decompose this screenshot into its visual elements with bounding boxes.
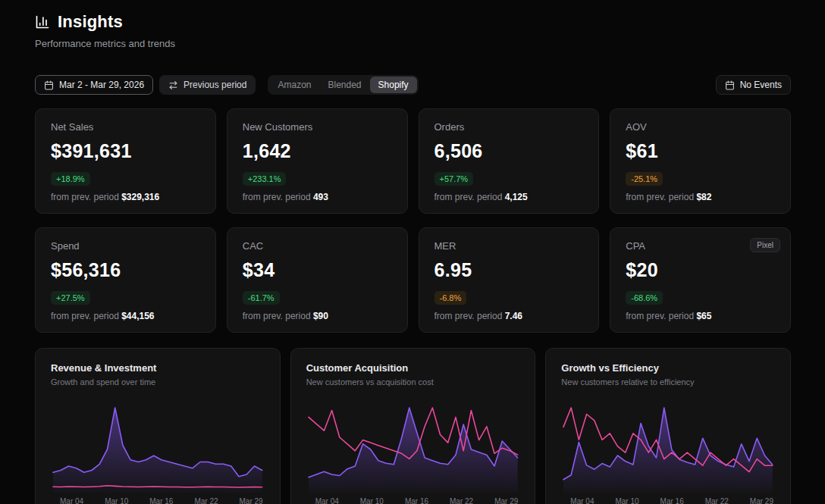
tab-amazon[interactable]: Amazon [269, 77, 319, 93]
x-tick: Mar 22 [450, 497, 473, 504]
x-tick: Mar 16 [660, 497, 684, 504]
x-tick: Mar 29 [494, 497, 518, 504]
x-tick: Mar 29 [240, 497, 263, 504]
metric-prev-period: from prev. period 7.46 [434, 311, 584, 321]
metric-value: 6,506 [434, 140, 584, 162]
customer-acquisition-line-chart [306, 403, 520, 493]
chart-card-growth-efficiency: Growth vs Efficiency New customers relat… [545, 348, 791, 504]
metric-label: New Customers [243, 121, 392, 133]
calendar-icon [44, 80, 54, 90]
metric-label: Orders [434, 121, 584, 133]
pixel-badge: Pixel [750, 238, 780, 252]
metric-prev-label: from prev. period [434, 192, 503, 202]
page-title: Insights [58, 12, 123, 32]
metric-value: $391,631 [51, 140, 200, 162]
metric-prev-label: from prev. period [626, 311, 694, 321]
toolbar: Mar 2 - Mar 29, 2026 Previous period Ama… [35, 75, 791, 95]
metric-prev-label: from prev. period [243, 311, 311, 321]
metric-prev-label: from prev. period [434, 311, 503, 321]
chart-subtitle: Growth and spend over time [51, 377, 265, 387]
metric-prev-period: from prev. period $82 [626, 192, 775, 202]
x-tick: Mar 16 [149, 497, 173, 504]
metric-prev-period: from prev. period $329,316 [51, 192, 200, 202]
previous-period-label: Previous period [184, 80, 246, 90]
growth-efficiency-line-chart [561, 403, 775, 493]
x-tick: Mar 04 [570, 497, 594, 504]
revenue-investment-line-chart [51, 403, 265, 493]
x-tick: Mar 10 [105, 497, 128, 504]
insights-page: Insights Performance metrics and trends … [0, 0, 825, 504]
tab-shopify[interactable]: Shopify [370, 77, 417, 93]
chart-title: Revenue & Investment [51, 362, 265, 374]
metric-change-badge: -25.1% [626, 172, 663, 186]
metric-change-badge: +18.9% [51, 172, 90, 186]
metric-prev-value: 7.46 [505, 311, 522, 321]
metric-prev-period: from prev. period $44,156 [51, 311, 200, 321]
x-tick: Mar 16 [405, 497, 428, 504]
x-tick: Mar 04 [315, 497, 339, 504]
metric-change-badge: +57.7% [434, 172, 474, 186]
metric-label: Spend [51, 240, 200, 252]
metric-card-net-sales: Net Sales $391,631 +18.9% from prev. per… [35, 108, 216, 214]
metric-prev-label: from prev. period [626, 192, 694, 202]
metric-value: $34 [243, 259, 392, 281]
chart-x-axis-labels: Mar 04 Mar 10 Mar 16 Mar 22 Mar 29 [306, 497, 520, 504]
metric-prev-period: from prev. period $65 [626, 311, 775, 321]
metric-label: Net Sales [51, 121, 200, 133]
x-tick: Mar 22 [705, 497, 729, 504]
metric-prev-label: from prev. period [243, 192, 311, 202]
metric-change-badge: +27.5% [51, 291, 90, 305]
charts-grid: Revenue & Investment Growth and spend ov… [35, 348, 791, 504]
bar-chart-icon [35, 14, 50, 30]
no-events-label: No Events [740, 80, 782, 90]
x-tick: Mar 22 [194, 497, 218, 504]
calendar-icon [725, 80, 735, 90]
metric-value: 6.95 [434, 259, 584, 281]
metric-prev-value: $44,156 [121, 311, 154, 321]
no-events-button[interactable]: No Events [716, 75, 791, 95]
metric-card-cac: CAC $34 -61.7% from prev. period $90 [227, 227, 408, 333]
metric-prev-value: $82 [696, 192, 711, 202]
metric-prev-value: 493 [313, 192, 328, 202]
metric-change-badge: -6.8% [434, 291, 467, 305]
metric-change-badge: +233.1% [243, 172, 287, 186]
channel-segmented-control: Amazon Blended Shopify [268, 75, 418, 95]
date-range-picker[interactable]: Mar 2 - Mar 29, 2026 [35, 75, 153, 95]
metric-value: $61 [626, 140, 775, 162]
chart-title: Customer Acquisition [306, 362, 520, 374]
metric-prev-period: from prev. period 493 [243, 192, 392, 202]
chart-x-axis-labels: Mar 04 Mar 10 Mar 16 Mar 22 Mar 29 [561, 497, 775, 504]
compare-arrows-icon [168, 80, 178, 90]
metric-card-new-customers: New Customers 1,642 +233.1% from prev. p… [227, 108, 408, 214]
x-tick: Mar 10 [615, 497, 638, 504]
metric-label: CAC [243, 240, 392, 252]
previous-period-button[interactable]: Previous period [159, 75, 256, 95]
x-tick: Mar 29 [750, 497, 773, 504]
page-header: Insights [35, 12, 791, 32]
chart-x-axis-labels: Mar 04 Mar 10 Mar 16 Mar 22 Mar 29 [51, 497, 265, 504]
chart-title: Growth vs Efficiency [561, 362, 775, 374]
chart-card-customer-acquisition: Customer Acquisition New customers vs ac… [290, 348, 536, 504]
metric-prev-value: $65 [696, 311, 711, 321]
metric-value: 1,642 [243, 140, 392, 162]
metric-change-badge: -61.7% [243, 291, 280, 305]
metric-prev-period: from prev. period 4,125 [434, 192, 584, 202]
metric-value: $56,316 [51, 259, 200, 281]
metric-card-aov: AOV $61 -25.1% from prev. period $82 [610, 108, 791, 214]
x-tick: Mar 10 [360, 497, 384, 504]
chart-subtitle: New customers vs acquisition cost [306, 377, 520, 387]
metric-card-mer: MER 6.95 -6.8% from prev. period 7.46 [419, 227, 600, 333]
metric-prev-label: from prev. period [51, 311, 119, 321]
metric-label: MER [434, 240, 584, 252]
metrics-grid: Net Sales $391,631 +18.9% from prev. per… [35, 108, 791, 333]
chart-subtitle: New customers relative to efficiency [561, 377, 775, 387]
metric-prev-period: from prev. period $90 [243, 311, 392, 321]
metric-card-orders: Orders 6,506 +57.7% from prev. period 4,… [419, 108, 600, 214]
metric-change-badge: -68.6% [626, 291, 663, 305]
metric-label: AOV [626, 121, 775, 133]
x-tick: Mar 04 [60, 497, 83, 504]
metric-card-spend: Spend $56,316 +27.5% from prev. period $… [35, 227, 216, 333]
metric-prev-value: $90 [313, 311, 328, 321]
metric-card-cpa: Pixel CPA $20 -68.6% from prev. period $… [610, 227, 791, 333]
tab-blended[interactable]: Blended [319, 77, 369, 93]
